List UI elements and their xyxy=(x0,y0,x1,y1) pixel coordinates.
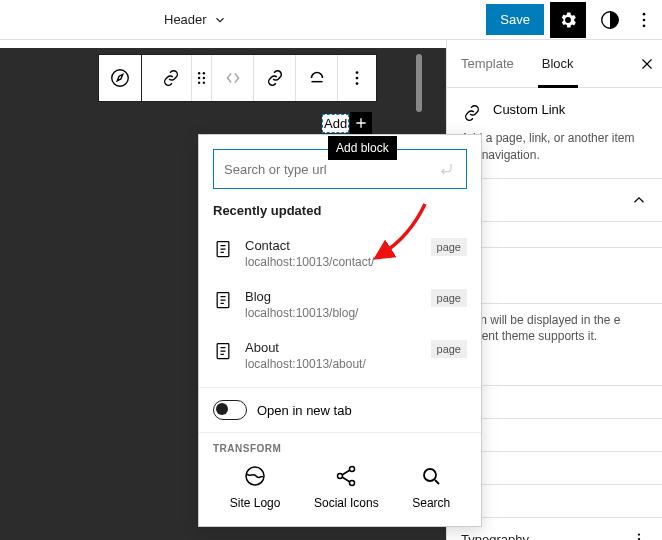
open-new-tab-label: Open in new tab xyxy=(257,403,352,418)
svg-point-11 xyxy=(356,71,359,74)
toolbar-link[interactable] xyxy=(254,55,296,101)
svg-point-20 xyxy=(350,481,355,486)
sidebar-tabs: Template Block xyxy=(447,40,662,88)
top-right-actions: Save xyxy=(486,2,654,38)
canvas-scrollbar[interactable] xyxy=(416,54,422,112)
top-bar: Header Save xyxy=(0,0,662,40)
save-button[interactable]: Save xyxy=(486,4,544,35)
link-icon xyxy=(264,67,286,89)
drag-icon xyxy=(192,67,211,89)
workspace: Add Add block Recently updated Contact xyxy=(0,40,662,540)
recent-item-badge: page xyxy=(431,289,467,307)
recent-item-url: localhost:10013/blog/ xyxy=(245,306,419,320)
svg-point-3 xyxy=(643,24,646,27)
block-toolbar xyxy=(98,54,377,102)
svg-point-9 xyxy=(198,82,200,84)
document-title-text: Header xyxy=(164,12,207,27)
svg-point-6 xyxy=(203,72,205,74)
recent-item-blog[interactable]: Blog localhost:10013/blog/ page xyxy=(213,279,467,330)
contrast-icon xyxy=(599,9,621,31)
svg-point-12 xyxy=(356,77,359,80)
panel-typography-label: Typography xyxy=(461,532,529,540)
transform-label: Social Icons xyxy=(314,496,379,510)
recent-item-contact[interactable]: Contact localhost:10013/contact/ page xyxy=(213,228,467,279)
tab-template[interactable]: Template xyxy=(447,40,528,87)
add-block-label: Add xyxy=(322,114,349,133)
svg-point-4 xyxy=(112,70,129,87)
chevrons-icon xyxy=(222,67,244,89)
more-options-button[interactable] xyxy=(634,2,654,38)
toolbar-drag-handle[interactable] xyxy=(192,55,212,101)
toolbar-more[interactable] xyxy=(338,55,376,101)
recent-item-badge: page xyxy=(431,238,467,256)
link-search-input[interactable] xyxy=(224,162,436,177)
recent-item-url: localhost:10013/about/ xyxy=(245,357,419,371)
submenu-icon xyxy=(306,67,328,89)
tab-block[interactable]: Block xyxy=(528,40,588,87)
toolbar-parent-link[interactable] xyxy=(150,55,192,101)
recent-item-name: Blog xyxy=(245,289,419,304)
page-icon xyxy=(213,239,233,259)
site-logo-icon xyxy=(243,464,267,488)
search-icon xyxy=(419,464,443,488)
transform-title: TRANSFORM xyxy=(213,443,467,454)
close-icon xyxy=(638,55,656,73)
transform-label: Search xyxy=(412,496,450,510)
page-icon xyxy=(213,341,233,361)
svg-point-7 xyxy=(198,77,200,79)
editor-canvas[interactable]: Add Add block Recently updated Contact xyxy=(0,40,446,540)
svg-point-10 xyxy=(203,82,205,84)
svg-point-8 xyxy=(203,77,205,79)
toolbar-submenu[interactable] xyxy=(296,55,338,101)
styles-button[interactable] xyxy=(592,2,628,38)
open-new-tab-row: Open in new tab xyxy=(199,387,481,432)
transform-search[interactable]: Search xyxy=(412,464,450,510)
settings-button[interactable] xyxy=(550,2,586,38)
transform-site-logo[interactable]: Site Logo xyxy=(230,464,281,510)
svg-point-2 xyxy=(643,18,646,21)
recent-title: Recently updated xyxy=(213,203,467,218)
block-type-title: Custom Link xyxy=(493,102,565,117)
svg-point-5 xyxy=(198,72,200,74)
svg-point-13 xyxy=(356,82,359,85)
add-block-target: Add xyxy=(322,112,372,134)
plus-icon xyxy=(353,115,369,131)
chevron-up-icon xyxy=(630,191,648,209)
recent-section: Recently updated Contact localhost:10013… xyxy=(199,203,481,387)
close-sidebar-button[interactable] xyxy=(632,40,662,87)
kebab-icon xyxy=(634,10,654,30)
compass-icon xyxy=(109,67,131,89)
gear-icon xyxy=(558,10,578,30)
link-group-icon xyxy=(160,67,182,89)
page-icon xyxy=(213,290,233,310)
block-type-description: Add a page, link, or another item our na… xyxy=(461,130,648,164)
svg-point-1 xyxy=(643,12,646,15)
recent-item-badge: page xyxy=(431,340,467,358)
link-popover: Recently updated Contact localhost:10013… xyxy=(198,134,482,527)
toolbar-move[interactable] xyxy=(212,55,254,101)
kebab-icon xyxy=(346,67,368,89)
recent-item-about[interactable]: About localhost:10013/about/ page xyxy=(213,330,467,381)
svg-point-19 xyxy=(338,474,343,479)
toolbar-block-type[interactable] xyxy=(98,54,142,102)
transform-section: TRANSFORM Site Logo Social Icons Search xyxy=(199,432,481,526)
recent-item-name: About xyxy=(245,340,419,355)
kebab-icon xyxy=(630,530,648,540)
recent-item-name: Contact xyxy=(245,238,419,253)
transform-label: Site Logo xyxy=(230,496,281,510)
share-icon xyxy=(334,464,358,488)
svg-point-18 xyxy=(350,467,355,472)
svg-point-21 xyxy=(424,469,436,481)
document-title-dropdown[interactable]: Header xyxy=(164,12,227,27)
transform-social-icons[interactable]: Social Icons xyxy=(314,464,379,510)
recent-item-url: localhost:10013/contact/ xyxy=(245,255,419,269)
custom-link-icon xyxy=(461,102,483,124)
open-new-tab-toggle[interactable] xyxy=(213,400,247,420)
add-block-button[interactable] xyxy=(350,112,372,134)
svg-point-22 xyxy=(638,534,640,536)
chevron-down-icon xyxy=(213,13,227,27)
enter-icon xyxy=(436,159,456,179)
add-block-tooltip: Add block xyxy=(328,136,397,160)
